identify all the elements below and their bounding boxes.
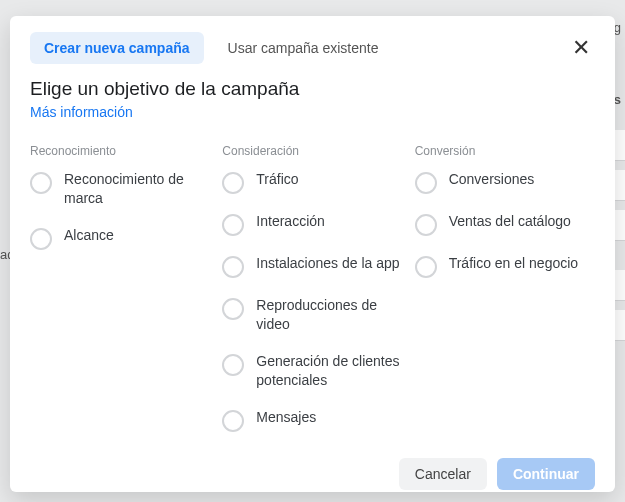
option-label: Mensajes bbox=[256, 408, 316, 427]
option-reach[interactable]: Alcance bbox=[30, 226, 210, 250]
option-messages[interactable]: Mensajes bbox=[222, 408, 402, 432]
modal-heading: Elige un objetivo de la campaña bbox=[30, 78, 595, 100]
radio-icon bbox=[415, 214, 437, 236]
radio-icon bbox=[222, 214, 244, 236]
radio-icon bbox=[222, 298, 244, 320]
option-label: Reproducciones de video bbox=[256, 296, 402, 334]
column-header: Reconocimiento bbox=[30, 144, 210, 158]
option-traffic[interactable]: Tráfico bbox=[222, 170, 402, 194]
option-app-installs[interactable]: Instalaciones de la app bbox=[222, 254, 402, 278]
column-conversion: Conversión Conversiones Ventas del catál… bbox=[415, 144, 595, 450]
option-label: Tráfico bbox=[256, 170, 298, 189]
column-consideration: Consideración Tráfico Interacción Instal… bbox=[222, 144, 402, 450]
objective-columns: Reconocimiento Reconocimiento de marca A… bbox=[30, 144, 595, 450]
close-icon: ✕ bbox=[572, 35, 590, 61]
radio-icon bbox=[222, 354, 244, 376]
radio-icon bbox=[222, 410, 244, 432]
option-conversions[interactable]: Conversiones bbox=[415, 170, 595, 194]
option-label: Tráfico en el negocio bbox=[449, 254, 578, 273]
radio-icon bbox=[30, 228, 52, 250]
radio-icon bbox=[415, 172, 437, 194]
option-label: Alcance bbox=[64, 226, 114, 245]
more-info-link[interactable]: Más información bbox=[30, 104, 595, 120]
radio-icon bbox=[415, 256, 437, 278]
tab-existing-campaign[interactable]: Usar campaña existente bbox=[218, 32, 389, 64]
continue-button[interactable]: Continuar bbox=[497, 458, 595, 490]
option-label: Interacción bbox=[256, 212, 324, 231]
campaign-modal: Crear nueva campaña Usar campaña existen… bbox=[10, 16, 615, 492]
option-brand-awareness[interactable]: Reconocimiento de marca bbox=[30, 170, 210, 208]
cancel-button[interactable]: Cancelar bbox=[399, 458, 487, 490]
option-store-traffic[interactable]: Tráfico en el negocio bbox=[415, 254, 595, 278]
column-header: Consideración bbox=[222, 144, 402, 158]
option-label: Instalaciones de la app bbox=[256, 254, 399, 273]
tab-new-campaign[interactable]: Crear nueva campaña bbox=[30, 32, 204, 64]
tabs-row: Crear nueva campaña Usar campaña existen… bbox=[30, 32, 595, 64]
option-lead-generation[interactable]: Generación de clientes potenciales bbox=[222, 352, 402, 390]
option-label: Ventas del catálogo bbox=[449, 212, 571, 231]
option-label: Generación de clientes potenciales bbox=[256, 352, 402, 390]
option-video-plays[interactable]: Reproducciones de video bbox=[222, 296, 402, 334]
option-catalog-sales[interactable]: Ventas del catálogo bbox=[415, 212, 595, 236]
close-button[interactable]: ✕ bbox=[567, 34, 595, 62]
option-interaction[interactable]: Interacción bbox=[222, 212, 402, 236]
radio-icon bbox=[30, 172, 52, 194]
modal-footer: Cancelar Continuar bbox=[30, 450, 595, 490]
radio-icon bbox=[222, 172, 244, 194]
option-label: Reconocimiento de marca bbox=[64, 170, 210, 208]
radio-icon bbox=[222, 256, 244, 278]
option-label: Conversiones bbox=[449, 170, 535, 189]
column-header: Conversión bbox=[415, 144, 595, 158]
column-recognition: Reconocimiento Reconocimiento de marca A… bbox=[30, 144, 210, 450]
